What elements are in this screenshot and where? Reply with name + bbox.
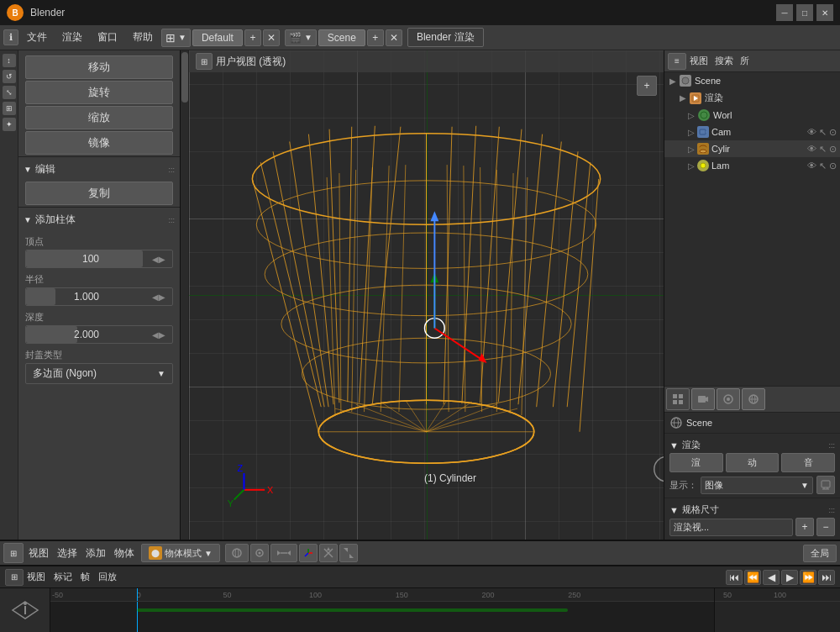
icon-rotate-tool[interactable]: ↺ (3, 70, 16, 83)
svg-line-26 (381, 166, 389, 412)
move-button[interactable]: 移动 (25, 55, 173, 79)
scene-row[interactable]: ▶ Scene (664, 72, 840, 89)
timeline-track-area[interactable]: -50 0 50 100 150 200 250 (50, 588, 714, 632)
scene-close-button[interactable]: ✕ (386, 29, 402, 46)
play-next-btn[interactable]: ⏩ (800, 570, 816, 585)
icon-misc[interactable]: ⊞ (3, 102, 16, 115)
timeline-icon[interactable]: ⊞ (5, 569, 24, 586)
cap-select[interactable]: 多边面 (Ngon) ▼ (25, 363, 173, 384)
grid-remove-btn[interactable]: − (816, 518, 835, 536)
viewport-mode-icon[interactable]: ⊞ (196, 53, 213, 70)
menu-render[interactable]: 渲染 (55, 29, 89, 46)
cylinder-row[interactable]: ▷ Cylir 👁 ↖ ⊙ (664, 140, 840, 157)
play-start-btn[interactable]: ⏮ (726, 570, 743, 585)
outliner-mode-icon[interactable]: ≡ (668, 53, 686, 70)
play-next-frame-btn[interactable]: ▶ (781, 570, 798, 585)
copy-button[interactable]: 复制 (25, 182, 173, 205)
render-engine-button[interactable]: Blender 渲染 (407, 28, 484, 47)
close-button[interactable]: ✕ (816, 4, 833, 21)
scene-add-button[interactable]: + (367, 29, 384, 46)
left-panel-scrollbar[interactable] (180, 50, 188, 540)
layout-close-button[interactable]: ✕ (263, 29, 280, 46)
toolbar-select[interactable]: 选择 (54, 546, 81, 561)
rotate-button[interactable]: 旋转 (25, 81, 173, 104)
add-cylinder-header[interactable]: ▼ 添加柱体 ::: (18, 209, 180, 230)
scene-icon-selector[interactable]: 🎬 ▼ (285, 29, 317, 46)
icon-scale-tool[interactable]: ⤡ (3, 86, 16, 99)
menu-window[interactable]: 窗口 (91, 29, 124, 46)
svg-rect-74 (673, 394, 677, 398)
viewport-ctrl-snap[interactable] (250, 544, 269, 562)
vertices-input[interactable]: 100 ◀▶ (25, 250, 173, 268)
timeline-track[interactable] (50, 602, 714, 632)
camera-row[interactable]: ▷ Cam 👁 ↖ ⊙ (664, 124, 840, 140)
props-tab-layout[interactable] (666, 388, 690, 410)
timeline-view-label[interactable]: 视图 (27, 571, 45, 583)
lamp-row[interactable]: ▷ Lam 👁 ↖ ⊙ (664, 157, 840, 174)
vertices-arrows: ◀▶ (99, 255, 165, 264)
play-end-btn[interactable]: ⏭ (818, 570, 835, 585)
camera-cursor-icon[interactable]: ↖ (819, 127, 827, 138)
render-audio-button[interactable]: 音 (781, 453, 835, 472)
lamp-eye-icon[interactable]: 👁 (807, 161, 816, 171)
timeline-frame-label[interactable]: 帧 (81, 571, 90, 583)
play-prev-btn[interactable]: ⏪ (744, 570, 761, 585)
viewport-ctrl-axes[interactable] (299, 544, 318, 562)
render-buttons-row: 渲 动 音 (669, 453, 835, 472)
grid-add-btn[interactable]: + (795, 518, 814, 536)
cylinder-cursor-icon[interactable]: ↖ (819, 144, 827, 155)
radius-input[interactable]: 1.000 ◀▶ (25, 287, 173, 306)
props-tab-camera[interactable] (691, 388, 715, 410)
icon-move-tool[interactable]: ↕ (3, 54, 16, 67)
render-row[interactable]: ▶ 渲染 (664, 89, 840, 107)
timeline-playback-label[interactable]: 回放 (98, 571, 117, 583)
cylinder-eye-icon[interactable]: 👁 (807, 144, 816, 154)
svg-line-3 (252, 179, 318, 432)
cylinder-render-icon[interactable]: ⊙ (829, 144, 837, 155)
viewport-header: ⊞ 用户视图 (透视) (189, 50, 664, 72)
lamp-cursor-icon[interactable]: ↖ (819, 161, 827, 171)
view-mode-icon[interactable]: ⊞ (3, 543, 24, 563)
props-tab-world[interactable] (742, 388, 765, 410)
lamp-render-icon[interactable]: ⊙ (829, 161, 837, 171)
tool-panel: 移动 旋转 缩放 镜像 ▼ 编辑 ::: 复制 ▼ 添加柱体 ::: (18, 50, 180, 540)
layout-add-button[interactable]: + (244, 29, 261, 46)
maximize-button[interactable]: □ (796, 4, 813, 21)
menu-help[interactable]: 帮助 (126, 29, 160, 46)
icon-snap[interactable]: ✦ (3, 118, 16, 131)
render-still-button[interactable]: 渲 (669, 453, 723, 472)
add-cylinder-label: 添加柱体 (35, 213, 76, 227)
render-label: 渲染 (705, 92, 723, 104)
edit-arrow-icon: ▼ (24, 165, 32, 174)
timeline-marker-label[interactable]: 标记 (54, 571, 72, 583)
viewport-ctrl-arrows[interactable] (270, 544, 297, 562)
edit-section-header[interactable]: ▼ 编辑 ::: (18, 159, 180, 180)
camera-render-icon[interactable]: ⊙ (829, 127, 837, 138)
display-icon-btn[interactable] (816, 476, 835, 494)
display-select[interactable]: 图像 ▼ (701, 477, 813, 494)
minimize-button[interactable]: ─ (776, 4, 793, 21)
info-icon-btn[interactable]: ℹ (3, 29, 18, 45)
grid-render-input[interactable]: 渲染视... (669, 519, 793, 536)
render-anim-button[interactable]: 动 (726, 453, 780, 472)
depth-input[interactable]: 2.000 ◀▶ (25, 325, 173, 344)
camera-eye-icon[interactable]: 👁 (807, 127, 816, 137)
viewport-ctrl-globe[interactable] (225, 544, 249, 562)
viewport[interactable]: ⊞ 用户视图 (透视) + (189, 50, 664, 540)
grid-section-header[interactable]: ▼ 规格尺寸 ::: (669, 502, 835, 518)
object-mode-selector[interactable]: ⬤ 物体模式 ▼ (141, 544, 220, 562)
toolbar-view[interactable]: 视图 (25, 546, 52, 561)
mirror-button[interactable]: 镜像 (25, 131, 173, 155)
play-prev-frame-btn[interactable]: ◀ (763, 570, 780, 585)
props-tab-render[interactable] (717, 388, 740, 410)
toolbar-object[interactable]: 物体 (111, 546, 138, 561)
layout-selector[interactable]: ⊞ ▼ (161, 29, 191, 47)
scale-button[interactable]: 缩放 (25, 106, 173, 129)
menu-file[interactable]: 文件 (20, 29, 54, 46)
global-button[interactable]: 全局 (803, 545, 837, 562)
viewport-ctrl-zoom[interactable] (339, 544, 358, 562)
viewport-ctrl-camera[interactable] (319, 544, 338, 562)
toolbar-add[interactable]: 添加 (82, 546, 109, 561)
world-row[interactable]: ▷ Worl (664, 107, 840, 124)
render-section-header[interactable]: ▼ 渲染 ::: (669, 437, 835, 453)
